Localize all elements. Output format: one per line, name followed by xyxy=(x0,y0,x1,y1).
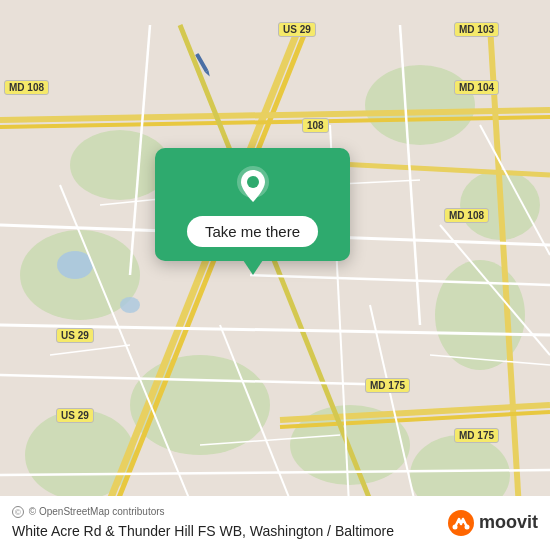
road-label-md103: MD 103 xyxy=(454,22,499,37)
location-name: White Acre Rd & Thunder Hill FS WB, Wash… xyxy=(12,522,437,540)
moovit-brand-name: moovit xyxy=(479,512,538,533)
popup-card: Take me there xyxy=(155,148,350,261)
copyright-icon: © xyxy=(12,506,24,518)
svg-point-2 xyxy=(365,65,475,145)
road-label-md175-far: MD 175 xyxy=(454,428,499,443)
road-label-md104: MD 104 xyxy=(454,80,499,95)
map-attribution: © © OpenStreetMap contributors xyxy=(12,506,437,518)
road-label-us29-mid: US 29 xyxy=(56,328,94,343)
svg-point-45 xyxy=(464,524,469,529)
svg-point-42 xyxy=(247,176,259,188)
map-container: US 29 MD 103 MD 108 MD 104 108 MD 108 US… xyxy=(0,0,550,550)
moovit-logo: moovit xyxy=(447,509,538,537)
road-label-md175-right: MD 175 xyxy=(365,378,410,393)
svg-point-11 xyxy=(120,297,140,313)
road-label-us29-top: US 29 xyxy=(278,22,316,37)
svg-point-10 xyxy=(57,251,93,279)
road-label-us29-bot: US 29 xyxy=(56,408,94,423)
location-pin-icon xyxy=(231,164,275,208)
road-label-md108-left: MD 108 xyxy=(4,80,49,95)
bottom-bar-info: © © OpenStreetMap contributors White Acr… xyxy=(12,506,437,540)
road-label-md108-right: MD 108 xyxy=(444,208,489,223)
take-me-there-button[interactable]: Take me there xyxy=(187,216,318,247)
svg-point-44 xyxy=(452,524,457,529)
bottom-bar: © © OpenStreetMap contributors White Acr… xyxy=(0,496,550,550)
road-label-108-mid: 108 xyxy=(302,118,329,133)
moovit-brand-icon xyxy=(447,509,475,537)
